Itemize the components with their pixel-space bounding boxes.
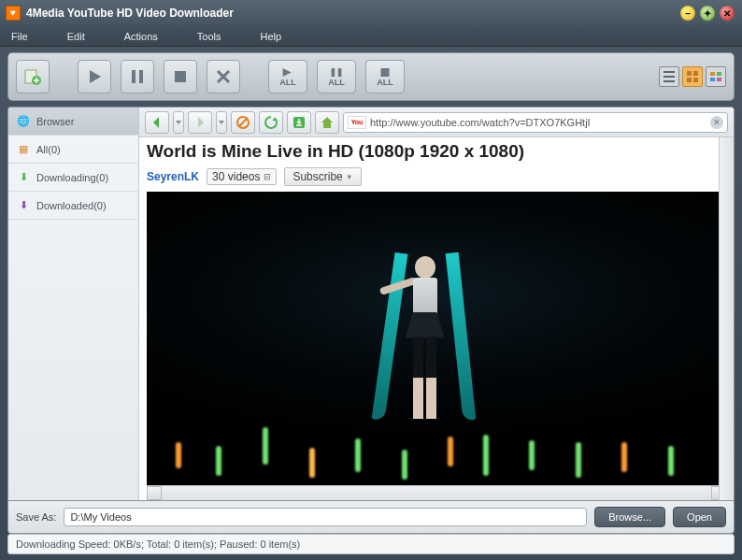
stop-all-label: ALL: [377, 78, 393, 87]
nav-forward-menu[interactable]: [216, 111, 227, 134]
play-button[interactable]: [78, 60, 111, 93]
video-frame: [147, 192, 726, 485]
status-text: Downloading Speed: 0KB/s; Total: 0 item(…: [16, 538, 300, 550]
play-all-button[interactable]: ALL: [268, 60, 307, 93]
view-list-button[interactable]: [659, 66, 679, 87]
view-thumb-button[interactable]: [706, 66, 726, 87]
nav-download-button[interactable]: [287, 111, 311, 134]
svg-rect-9: [693, 71, 698, 76]
svg-rect-5: [332, 68, 335, 77]
vertical-scrollbar[interactable]: [719, 137, 734, 500]
subscribe-label: Subscribe: [293, 170, 342, 183]
menu-file[interactable]: File: [11, 31, 28, 42]
new-task-button[interactable]: [16, 60, 50, 93]
svg-rect-10: [687, 78, 692, 82]
svg-rect-12: [710, 72, 715, 76]
menu-actions[interactable]: Actions: [124, 31, 158, 42]
url-input[interactable]: [370, 117, 706, 128]
sidebar-item-label: All(0): [36, 144, 61, 155]
app-icon: [6, 6, 21, 21]
pause-all-label: ALL: [328, 78, 345, 87]
nav-home-button[interactable]: [315, 111, 339, 134]
pause-all-button[interactable]: ALL: [317, 60, 356, 93]
svg-rect-14: [717, 72, 721, 76]
nav-forward-button[interactable]: [188, 111, 212, 134]
video-player[interactable]: [147, 192, 726, 485]
toolbar: ALL ALL ALL: [7, 52, 735, 101]
svg-rect-7: [381, 68, 390, 77]
downloaded-icon: ⬇: [16, 198, 31, 213]
browser-page: World is Mine Live in HD (1080p 1920 x 1…: [139, 137, 734, 500]
url-bar[interactable]: You ✕: [343, 112, 728, 133]
stop-button[interactable]: [164, 60, 197, 93]
youtube-favicon-icon: You: [348, 116, 366, 129]
sidebar-item-label: Downloading(0): [36, 172, 108, 183]
app-title: 4Media YouTube HD Video Downloader: [26, 7, 676, 20]
svg-rect-6: [338, 68, 342, 77]
svg-rect-4: [175, 71, 186, 82]
play-all-label: ALL: [279, 78, 296, 87]
menubar: File Edit Actions Tools Help: [0, 26, 742, 47]
sidebar: 🌐 Browser ▦ All(0) ⬇ Downloading(0) ⬇ Do…: [8, 108, 139, 500]
minimize-button[interactable]: –: [680, 6, 695, 21]
chevron-down-icon: ⊟: [264, 172, 271, 181]
channel-link[interactable]: SeyrenLK: [147, 170, 199, 183]
svg-rect-15: [717, 78, 721, 81]
browser-nav-bar: You ✕: [139, 108, 734, 137]
nav-back-button[interactable]: [145, 111, 169, 134]
save-row: Save As: Browse... Open: [8, 501, 734, 533]
dropdown-caret-icon: ▼: [346, 173, 353, 181]
menu-tools[interactable]: Tools: [197, 31, 221, 42]
remove-button[interactable]: [207, 60, 240, 93]
menu-help[interactable]: Help: [260, 31, 281, 42]
titlebar: 4Media YouTube HD Video Downloader – ✦ ✕: [0, 0, 742, 26]
nav-refresh-button[interactable]: [259, 111, 283, 134]
video-title: World is Mine Live in HD (1080p 1920 x 1…: [147, 141, 726, 162]
video-count-label: 30 videos: [212, 170, 260, 183]
sidebar-item-downloading[interactable]: ⬇ Downloading(0): [8, 164, 138, 192]
nav-stop-button[interactable]: [231, 111, 255, 134]
url-clear-button[interactable]: ✕: [710, 116, 723, 129]
svg-rect-2: [132, 70, 136, 83]
view-grid-button[interactable]: [682, 66, 703, 87]
menu-edit[interactable]: Edit: [67, 31, 85, 42]
sidebar-item-all[interactable]: ▦ All(0): [8, 136, 138, 164]
browser-icon: 🌐: [16, 114, 31, 129]
svg-rect-13: [710, 78, 715, 81]
horizontal-scrollbar[interactable]: [147, 485, 726, 500]
downloading-icon: ⬇: [16, 170, 31, 185]
save-path-input[interactable]: [64, 508, 587, 526]
svg-rect-8: [687, 71, 692, 76]
browse-button[interactable]: Browse...: [594, 507, 665, 527]
nav-back-menu[interactable]: [173, 111, 184, 134]
video-count-dropdown[interactable]: 30 videos⊟: [207, 168, 277, 185]
sidebar-item-browser[interactable]: 🌐 Browser: [8, 108, 138, 136]
save-as-label: Save As:: [16, 511, 56, 523]
sidebar-item-label: Downloaded(0): [36, 200, 107, 211]
stop-all-button[interactable]: ALL: [365, 60, 405, 93]
open-button[interactable]: Open: [673, 507, 726, 527]
document-icon: ▦: [16, 142, 31, 157]
sidebar-item-downloaded[interactable]: ⬇ Downloaded(0): [8, 192, 138, 220]
svg-rect-11: [693, 78, 698, 82]
pause-button[interactable]: [121, 60, 154, 93]
sidebar-item-label: Browser: [36, 116, 74, 127]
close-button[interactable]: ✕: [720, 6, 735, 21]
maximize-button[interactable]: ✦: [700, 6, 715, 21]
subscribe-button[interactable]: Subscribe▼: [284, 167, 361, 186]
status-bar: Downloading Speed: 0KB/s; Total: 0 item(…: [7, 534, 735, 554]
svg-rect-3: [139, 70, 143, 83]
